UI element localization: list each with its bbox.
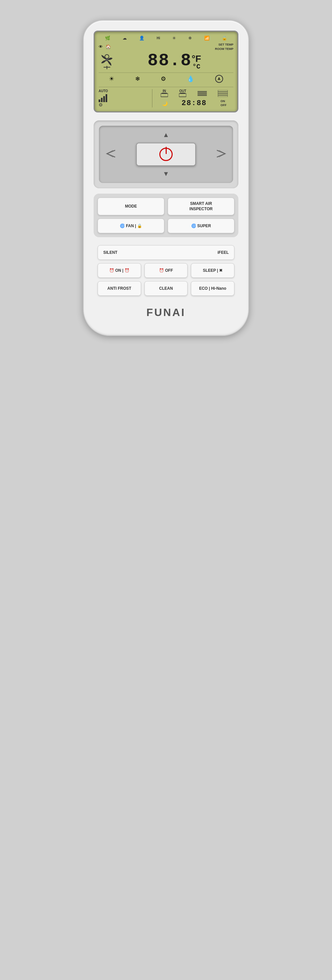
lcd-icon-home: 🏠: [106, 44, 111, 49]
eco-hi-nano-button[interactable]: ECO | Hi-Nano: [191, 281, 234, 296]
down-button-area[interactable]: ▼: [157, 169, 175, 179]
silent-ifeel-row: SILENT iFEEL: [98, 245, 234, 260]
lcd-bottom-left: AUTO ⚙: [99, 89, 152, 107]
temp-up-button[interactable]: ▲: [157, 130, 175, 140]
lcd-time-value: 28:88: [182, 99, 207, 107]
power-button[interactable]: [136, 143, 196, 166]
sleep-button[interactable]: SLEEP | ✖: [191, 263, 234, 278]
lcd-louver-icon: [198, 90, 207, 97]
lcd-moon-icon: 🌙: [162, 101, 168, 106]
power-icon: [160, 148, 172, 161]
up-button-area[interactable]: ▲: [157, 130, 175, 140]
lcd-fan-person-icon: [99, 53, 115, 70]
lcd-icon-fan-mode: ⚙: [161, 75, 166, 83]
ifeel-button[interactable]: iFEEL: [217, 250, 229, 255]
lcd-icon-hi: Hi: [157, 36, 160, 40]
on-timer-button[interactable]: ⏰ ON | ⏰: [98, 263, 141, 278]
lcd-set-room-labels: SET TEMP ROOM TEMP: [215, 43, 234, 51]
svg-rect-4: [161, 94, 168, 97]
brand-label: FUNAI: [93, 306, 239, 319]
lcd-inout-icons: IN OUT: [155, 89, 233, 98]
lcd-bottom-right: IN OUT: [152, 89, 233, 107]
smart-air-inspector-button[interactable]: SMART AIR INSPECTOR: [168, 197, 234, 215]
lcd-auto-fan-bars: [99, 94, 149, 102]
control-pad-section: ▲: [93, 121, 239, 188]
silent-button[interactable]: SILENT: [103, 250, 117, 255]
anti-frost-button[interactable]: ANTI FROST: [98, 281, 141, 296]
swing-right-button[interactable]: [213, 146, 229, 163]
power-btn-container: [119, 143, 213, 166]
super-button[interactable]: 🌀 SUPER: [168, 218, 234, 233]
lcd-icon-wind: 🌿: [105, 36, 110, 41]
lcd-icon-eye: 👁: [99, 44, 103, 49]
lcd-icon-auto-mode: A: [215, 75, 223, 83]
lcd-icon-dry: 💧: [187, 75, 194, 83]
fan-super-row: 🌀 FAN | 🔒 🌀 SUPER: [98, 218, 234, 233]
lower-button-section: SILENT iFEEL ⏰ ON | ⏰ ⏰ OFF SLEEP | ✖ AN…: [93, 241, 239, 300]
lcd-icon-cloud: ☁: [123, 36, 127, 41]
off-timer-button[interactable]: ⏰ OFF: [144, 263, 188, 278]
control-pad: ▲: [99, 126, 233, 183]
lcd-in-unit-icon: [161, 93, 168, 97]
clean-button[interactable]: CLEAN: [144, 281, 188, 296]
lcd-icon-person: 👤: [139, 36, 144, 41]
lcd-icon-cool: ❄: [135, 75, 140, 83]
lcd-out-unit-icon: [179, 93, 186, 97]
lcd-temp-display: 88.8 °F °C: [115, 52, 233, 70]
left-louver-icon: [106, 149, 116, 158]
lcd-time-row: 🌙 28:88 ON OFF: [155, 99, 233, 107]
lcd-on-off-labels: ON OFF: [220, 99, 226, 107]
lcd-icon-snowflake-small: ❄: [188, 36, 192, 41]
lcd-icon-heat: ☀: [109, 75, 114, 83]
lcd-bottom-section: AUTO ⚙ IN: [99, 87, 233, 107]
timer-sleep-row: ⏰ ON | ⏰ ⏰ OFF SLEEP | ✖: [98, 263, 234, 278]
lcd-icon-wifi: 📶: [204, 36, 209, 41]
svg-rect-7: [180, 93, 185, 94]
svg-rect-5: [162, 93, 167, 94]
lcd-auto-label: AUTO: [99, 89, 149, 93]
lcd-icon-lock: 🔒: [222, 36, 227, 41]
svg-point-1: [106, 59, 108, 61]
lcd-top-icons-row: 🌿 ☁ 👤 Hi ✳ ❄ 📶 🔒: [99, 36, 233, 41]
lcd-temp-celsius: °C: [191, 63, 201, 70]
right-louver-icon: [216, 149, 226, 158]
remote-control: 🌿 ☁ 👤 Hi ✳ ❄ 📶 🔒 👁 🏠 SET TEMP ROOM TEMP: [83, 20, 249, 336]
mode-smart-air-row: MODE SMART AIR INSPECTOR: [98, 197, 234, 215]
lcd-left-icons: [99, 53, 115, 70]
lcd-mode-icons-row: ☀ ❄ ⚙ 💧 A: [99, 73, 233, 85]
mode-button[interactable]: MODE: [98, 197, 164, 215]
antifrost-clean-eco-row: ANTI FROST CLEAN ECO | Hi-Nano: [98, 281, 234, 296]
lcd-temperature-value: 88.8: [147, 52, 191, 70]
control-pad-middle-row: [103, 143, 229, 166]
swing-left-button[interactable]: [103, 146, 119, 163]
temp-down-button[interactable]: ▼: [157, 169, 175, 179]
svg-rect-6: [179, 94, 186, 97]
lcd-mid-section: 88.8 °F °C: [99, 52, 233, 70]
upper-button-section: MODE SMART AIR INSPECTOR 🌀 FAN | 🔒 🌀 SUP…: [93, 194, 239, 237]
fan-lock-button[interactable]: 🌀 FAN | 🔒: [98, 218, 164, 233]
lcd-fan-bottom-icon: ⚙: [99, 102, 149, 107]
lcd-display: 🌿 ☁ 👤 Hi ✳ ❄ 📶 🔒 👁 🏠 SET TEMP ROOM TEMP: [93, 30, 239, 113]
lcd-icon-sun: ✳: [172, 36, 176, 41]
lcd-swing-icon: [218, 90, 228, 97]
